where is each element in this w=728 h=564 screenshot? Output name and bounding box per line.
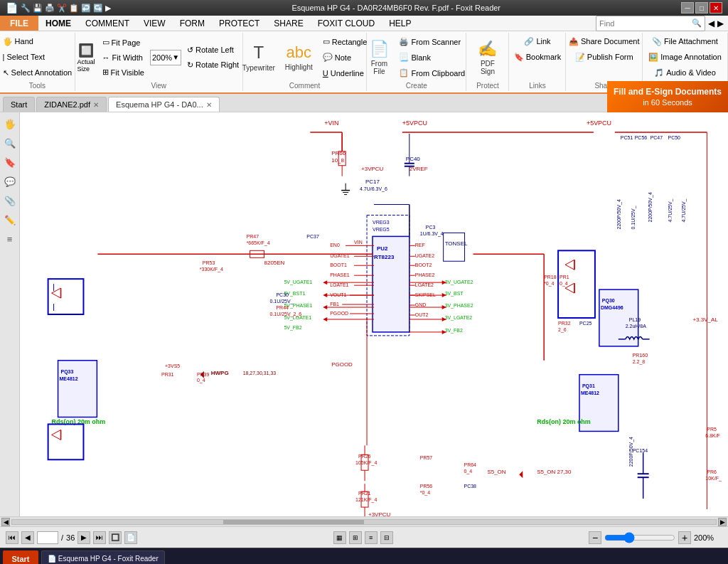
note-btn[interactable]: 💬 Note — [320, 50, 370, 65]
nav-icon-btn-2[interactable]: 📄 — [124, 531, 137, 544]
svg-text:10K/F_: 10K/F_ — [705, 476, 722, 481]
typewriter-btn[interactable]: T Typewriter — [240, 36, 278, 79]
tab-start[interactable]: Start — [3, 97, 35, 112]
tab-esquema-close[interactable]: ✕ — [206, 101, 212, 109]
sidebar-tool-sign[interactable]: ✏️ — [1, 211, 18, 228]
svg-text:PR53: PR53 — [203, 260, 215, 265]
start-button[interactable]: Start — [3, 550, 38, 565]
tab-esquema[interactable]: Esquema HP G4 - DA0... ✕ — [108, 97, 220, 112]
svg-text:PC37: PC37 — [306, 234, 319, 239]
pdf-sign-btn[interactable]: ✍️ PDF Sign — [470, 36, 505, 79]
blank-btn[interactable]: 📃 Blank — [396, 50, 468, 65]
rotate-left-btn[interactable]: ↺ Rotate Left — [184, 43, 242, 57]
first-page-btn[interactable]: ⏮ — [6, 531, 18, 544]
bookmark-btn[interactable]: 🔖 Bookmark — [511, 50, 564, 64]
zoom-group: 200% ▼ — [150, 50, 181, 65]
search-box[interactable]: 🔍 — [596, 16, 705, 31]
prev-page-btn[interactable]: ◀ — [21, 531, 34, 544]
tab-bar: Start ZIDANE2.pdf ✕ Esquema HP G4 - DA0.… — [0, 94, 728, 112]
fit-width-btn[interactable]: ↔ Fit Width — [100, 50, 147, 65]
sidebar-tool-layers[interactable]: ≡ — [1, 230, 18, 248]
svg-text:0_4: 0_4 — [197, 378, 205, 383]
link-icon: 🔗 — [524, 37, 534, 46]
menu-item-help[interactable]: HELP — [382, 16, 418, 31]
fit-visible-btn[interactable]: ⊞ Fit Visible — [100, 65, 147, 80]
underline-btn[interactable]: U Underline — [320, 66, 370, 80]
close-btn[interactable]: ✕ — [710, 2, 722, 14]
svg-text:S5_ON: S5_ON — [487, 469, 505, 475]
sidebar-tool-bookmark[interactable]: 🔖 — [1, 154, 18, 171]
view-mode-btn-3[interactable]: ≡ — [365, 531, 378, 544]
search-next-btn[interactable]: ▶ — [717, 18, 724, 28]
search-prev-btn[interactable]: ◀ — [708, 18, 714, 28]
audio-video-btn[interactable]: 🎵 Audio & Video — [651, 65, 719, 80]
clipboard-icon: 📋 — [399, 68, 409, 78]
menu-item-foxit-cloud[interactable]: FOXIT CLOUD — [311, 16, 382, 31]
highlight-btn[interactable]: abc Highlight — [282, 36, 316, 79]
rectangle-btn[interactable]: ▭ Rectangle — [320, 35, 370, 49]
maximize-btn[interactable]: □ — [695, 2, 708, 14]
image-annotation-btn[interactable]: 🖼️ Image Annotation — [646, 50, 724, 64]
tab-zidane-close[interactable]: ✕ — [93, 101, 99, 109]
plus-vin-label: +VIN — [324, 119, 338, 127]
actual-size-btn[interactable]: 🔲 Actual Size — [75, 41, 96, 74]
scroll-right-btn[interactable]: ▶ — [718, 518, 727, 526]
publish-form-btn[interactable]: 📝 Publish Form — [572, 50, 636, 64]
view-mode-btn-2[interactable]: ⊞ — [349, 531, 362, 544]
page-number-input[interactable]: 29 — [37, 531, 58, 544]
select-annotation-btn[interactable]: ↖ Select Annotation — [0, 65, 75, 80]
zoom-slider[interactable] — [604, 533, 675, 543]
zoom-dropdown-btn[interactable]: ▼ — [172, 53, 179, 61]
from-clipboard-btn[interactable]: 📋 From Clipboard — [396, 66, 468, 80]
share-document-btn[interactable]: 📤 Share Document — [566, 34, 643, 48]
zoom-in-btn[interactable]: + — [678, 531, 691, 544]
fit-page-btn[interactable]: ▭ Fit Page — [100, 36, 147, 50]
search-icon[interactable]: 🔍 — [692, 18, 702, 28]
fill-sign-title: Fill and E-Sign Documents — [613, 87, 722, 97]
select-text-icon: | — [3, 53, 5, 61]
svg-text:8205EN: 8205EN — [264, 260, 285, 266]
from-scanner-btn[interactable]: 🖨️ From Scanner — [396, 35, 468, 49]
sidebar-tool-comment[interactable]: 💬 — [1, 173, 18, 190]
zoom-out-btn[interactable]: − — [589, 531, 601, 544]
minimize-btn[interactable]: ─ — [681, 2, 694, 14]
svg-text:PR18: PR18 — [544, 275, 557, 280]
rotate-right-btn[interactable]: ↻ Rotate Right — [184, 58, 242, 72]
blank-icon: 📃 — [399, 53, 409, 62]
view-mode-btn-1[interactable]: ▦ — [333, 531, 346, 544]
sidebar-tool-search[interactable]: 🔍 — [1, 134, 18, 151]
search-input[interactable] — [599, 19, 692, 28]
menu-item-share[interactable]: SHARE — [267, 16, 310, 31]
menu-item-home[interactable]: HOME — [38, 16, 78, 31]
svg-text:+5VPCU: +5VPCU — [587, 119, 611, 127]
scroll-thumb[interactable] — [223, 520, 364, 524]
view-mode-btn-4[interactable]: ⊟ — [380, 531, 393, 544]
sidebar-tool-attach[interactable]: 📎 — [1, 192, 18, 209]
next-page-btn[interactable]: ▶ — [77, 531, 90, 544]
hand-icon: 🖐️ — [3, 37, 13, 46]
from-file-icon: 📄 — [370, 40, 389, 58]
scroll-track[interactable] — [11, 519, 717, 525]
svg-text:+3VPCU: +3VPCU — [368, 511, 390, 516]
menu-item-view[interactable]: VIEW — [136, 16, 173, 31]
from-file-btn[interactable]: 📄 From File — [365, 36, 393, 79]
svg-text:VOUT1: VOUT1 — [330, 292, 346, 297]
menu-item-form[interactable]: FORM — [173, 16, 212, 31]
tab-zidane[interactable]: ZIDANE2.pdf ✕ — [36, 97, 107, 112]
sidebar-tool-hand[interactable]: 🖐️ — [1, 115, 18, 132]
svg-text:PC56: PC56 — [635, 135, 648, 140]
scroll-left-btn[interactable]: ◀ — [1, 518, 10, 526]
nav-icon-btn-1[interactable]: 🔲 — [109, 531, 122, 544]
taskbar-foxit[interactable]: 📄 Esquema HP G4 - Foxit Reader — [41, 550, 165, 565]
last-page-btn[interactable]: ⏭ — [93, 531, 106, 544]
rotate-group: ↺ Rotate Left ↻ Rotate Right — [184, 43, 242, 72]
menu-item-file[interactable]: FILE — [0, 16, 38, 31]
menu-item-protect[interactable]: PROTECT — [212, 16, 267, 31]
menu-item-comment[interactable]: COMMENT — [78, 16, 136, 31]
horizontal-scrollbar[interactable]: ◀ ▶ — [0, 516, 728, 526]
status-icons: ▦ ⊞ ≡ ⊟ — [333, 531, 393, 544]
hand-tool-btn[interactable]: 🖐️ Hand — [0, 34, 36, 48]
file-attachment-btn[interactable]: 📎 File Attachment — [649, 34, 721, 48]
link-btn[interactable]: 🔗 Link — [521, 34, 553, 48]
select-text-btn[interactable]: | Select Text — [0, 50, 48, 64]
